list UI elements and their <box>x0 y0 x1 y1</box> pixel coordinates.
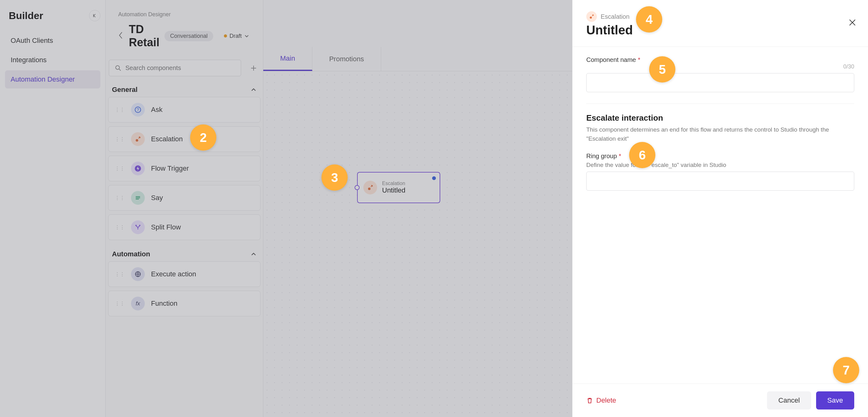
escalate-interaction-block: Escalate interaction This component dete… <box>586 103 854 191</box>
svg-point-6 <box>139 225 141 226</box>
search-icon <box>115 65 122 72</box>
block-description: This component determines an end for thi… <box>586 125 854 143</box>
page-title: TD Retail <box>129 23 159 49</box>
svg-text:?: ? <box>137 107 139 112</box>
node-type: Escalation <box>382 181 406 186</box>
component-label: Flow Trigger <box>151 164 189 172</box>
fx-icon: fx <box>131 297 145 311</box>
status-dropdown[interactable]: Draft <box>218 31 255 41</box>
components-panel: Automation Designer TD Retail Conversati… <box>106 0 263 417</box>
svg-point-0 <box>116 66 119 69</box>
component-label: Escalation <box>151 135 183 143</box>
config-footer: Delete Cancel Save <box>572 384 868 417</box>
tutorial-badge-7: 7 <box>833 357 859 383</box>
component-label: Split Flow <box>151 223 181 231</box>
component-label: Ask <box>151 106 163 114</box>
delete-button[interactable]: Delete <box>586 396 616 405</box>
component-split-flow[interactable]: ⋮⋮ Split Flow <box>108 215 260 240</box>
char-count: 0/30 <box>843 63 854 70</box>
footer-actions: Cancel Save <box>767 391 854 410</box>
ring-group-input[interactable] <box>586 171 854 191</box>
required-asterisk: * <box>619 153 621 160</box>
drag-handle-icon: ⋮⋮ <box>115 224 125 230</box>
save-button[interactable]: Save <box>816 391 854 410</box>
sidebar-item-integrations[interactable]: Integrations <box>5 51 100 69</box>
drag-handle-icon: ⋮⋮ <box>115 301 125 307</box>
builder-sidebar: Builder OAuth Clients Integrations Autom… <box>0 0 106 417</box>
config-type-label: Escalation <box>601 13 629 20</box>
escalation-icon <box>586 11 597 22</box>
general-component-list: ⋮⋮ ? Ask ⋮⋮ Escalation ⋮⋮ Flow Trigger ⋮… <box>106 97 263 240</box>
tutorial-badge-3: 3 <box>321 164 348 191</box>
node-output-dot[interactable] <box>432 176 436 180</box>
svg-point-8 <box>368 188 371 190</box>
component-escalation[interactable]: ⋮⋮ Escalation <box>108 126 260 152</box>
split-icon <box>131 220 145 234</box>
chevron-down-icon <box>244 33 249 38</box>
tab-promotions[interactable]: Promotions <box>312 47 381 71</box>
trash-icon <box>586 397 593 404</box>
breadcrumb: Automation Designer <box>106 0 263 18</box>
node-title: Untitled <box>382 186 406 194</box>
component-name-label: Component name * <box>586 56 854 63</box>
component-search[interactable] <box>109 60 241 76</box>
drag-handle-icon: ⋮⋮ <box>115 166 125 171</box>
component-function[interactable]: ⋮⋮ fx Function <box>108 291 260 316</box>
config-panel: Escalation Untitled Component name * 0/3… <box>572 0 868 417</box>
component-label: Execute action <box>151 270 196 278</box>
component-say[interactable]: ⋮⋮ Say <box>108 185 260 211</box>
page-header: TD Retail Conversational Draft <box>106 18 263 57</box>
automation-section-header[interactable]: Automation <box>106 244 263 261</box>
canvas-node-escalation[interactable]: Escalation Untitled <box>357 172 440 203</box>
required-asterisk: * <box>638 56 640 63</box>
sidebar-item-automation-designer[interactable]: Automation Designer <box>5 70 100 89</box>
escalation-icon <box>363 181 377 194</box>
bolt-icon <box>131 162 145 175</box>
search-input[interactable] <box>125 64 235 72</box>
node-input-anchor[interactable] <box>354 185 360 190</box>
drag-handle-icon: ⋮⋮ <box>115 107 125 113</box>
component-label: Function <box>151 299 177 308</box>
tutorial-badge-2: 2 <box>190 124 216 151</box>
cancel-button[interactable]: Cancel <box>767 391 811 410</box>
drag-handle-icon: ⋮⋮ <box>115 195 125 201</box>
automation-component-list: ⋮⋮ Execute action ⋮⋮ fx Function <box>106 261 263 316</box>
back-button[interactable] <box>118 31 124 41</box>
status-label: Draft <box>229 33 242 39</box>
ring-group-field: Ring group * Define the value for the "e… <box>586 153 854 191</box>
conversational-badge: Conversational <box>164 31 213 41</box>
general-section-header[interactable]: General <box>106 79 263 97</box>
question-circle-icon: ? <box>131 103 145 117</box>
escalation-icon <box>131 132 145 146</box>
component-flow-trigger[interactable]: ⋮⋮ Flow Trigger <box>108 156 260 181</box>
tutorial-badge-6: 6 <box>629 142 655 168</box>
config-type-row: Escalation <box>586 11 854 22</box>
globe-icon <box>131 267 145 281</box>
component-name-input[interactable] <box>586 73 854 92</box>
component-ask[interactable]: ⋮⋮ ? Ask <box>108 97 260 123</box>
component-label: Say <box>151 194 163 202</box>
close-icon <box>848 18 857 27</box>
sidebar-collapse-button[interactable] <box>89 10 100 21</box>
component-name-field: Component name * 0/30 <box>586 56 854 92</box>
tab-main[interactable]: Main <box>263 47 312 71</box>
section-label: Automation <box>112 250 150 258</box>
config-title: Untitled <box>586 23 854 37</box>
tutorial-badge-4: 4 <box>636 6 662 33</box>
chevron-left-icon <box>118 31 124 40</box>
collapse-left-icon <box>92 13 97 18</box>
tutorial-badge-5: 5 <box>649 56 675 83</box>
add-button[interactable] <box>244 57 263 79</box>
sidebar-item-oauth-clients[interactable]: OAuth Clients <box>5 32 100 50</box>
component-execute-action[interactable]: ⋮⋮ Execute action <box>108 261 260 287</box>
config-header: Escalation Untitled <box>572 0 868 47</box>
section-label: General <box>112 86 137 94</box>
ring-group-sublabel: Define the value for the "escale_to" var… <box>586 162 854 168</box>
chevron-up-icon <box>250 251 257 257</box>
chevron-up-icon <box>250 87 257 93</box>
plus-icon <box>250 64 257 72</box>
drag-handle-icon: ⋮⋮ <box>115 271 125 277</box>
close-button[interactable] <box>848 18 857 28</box>
svg-point-3 <box>136 139 138 141</box>
svg-point-9 <box>590 17 592 19</box>
